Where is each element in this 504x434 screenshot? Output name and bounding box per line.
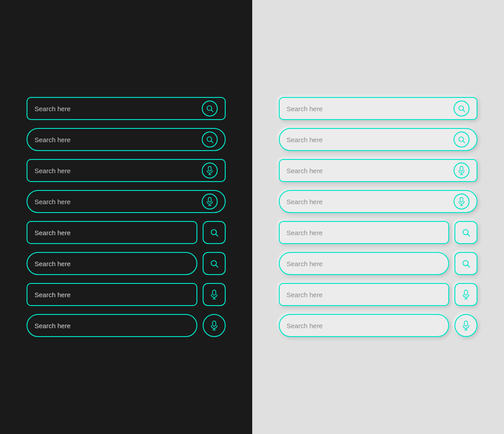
mic-button-dark-7[interactable]	[203, 283, 226, 306]
mic-icon-wrap-light-3[interactable]	[454, 163, 469, 178]
search-input-dark-5[interactable]	[35, 229, 189, 236]
light-row-7	[279, 283, 478, 306]
light-row-3	[279, 159, 478, 182]
mic-button-dark-8[interactable]	[203, 314, 226, 337]
dark-row-1	[27, 97, 226, 120]
search-button-light-6[interactable]	[454, 252, 477, 275]
search-input-light-7[interactable]	[287, 291, 442, 298]
search-bar-light-6[interactable]	[279, 252, 450, 275]
mic-icon	[210, 290, 218, 299]
search-input-light-1[interactable]	[287, 105, 454, 112]
dark-row-7	[27, 283, 226, 306]
svg-rect-14	[212, 290, 215, 295]
search-icon	[206, 105, 214, 112]
search-button-dark-5[interactable]	[203, 221, 226, 244]
search-bar-light-8[interactable]	[279, 314, 450, 337]
search-icon	[210, 259, 219, 268]
search-input-dark-6[interactable]	[35, 260, 189, 267]
light-row-8	[279, 314, 478, 337]
search-icon-wrap-light-2[interactable]	[454, 132, 469, 147]
light-panel	[252, 0, 504, 434]
search-button-dark-6[interactable]	[203, 252, 226, 275]
search-icon	[206, 136, 214, 143]
search-input-light-4[interactable]	[287, 198, 454, 205]
search-input-light-3[interactable]	[287, 167, 454, 174]
search-button-light-5[interactable]	[454, 221, 477, 244]
search-bar-dark-5[interactable]	[27, 221, 197, 244]
mic-icon	[462, 290, 470, 299]
svg-line-33	[468, 265, 470, 267]
mic-icon	[206, 197, 213, 206]
search-bar-dark-7[interactable]	[27, 283, 197, 306]
search-input-dark-1[interactable]	[35, 105, 202, 112]
search-icon-wrap-dark-2[interactable]	[202, 132, 218, 147]
search-icon	[458, 105, 466, 112]
dark-row-4	[27, 190, 226, 213]
svg-line-21	[463, 110, 465, 112]
mic-icon-wrap-dark-3[interactable]	[202, 163, 218, 178]
dark-row-3	[27, 159, 226, 182]
mic-icon	[210, 321, 218, 330]
search-bar-light-7[interactable]	[279, 283, 450, 306]
light-row-2	[279, 128, 478, 151]
search-input-light-5[interactable]	[287, 229, 442, 236]
svg-rect-34	[464, 290, 467, 295]
search-bar-dark-6[interactable]	[27, 252, 197, 275]
search-icon	[210, 228, 219, 237]
search-bar-light-2[interactable]	[279, 128, 478, 151]
search-icon	[458, 136, 466, 143]
search-input-light-6[interactable]	[287, 260, 442, 267]
mic-icon	[206, 166, 213, 175]
search-bar-light-3[interactable]	[279, 159, 478, 182]
search-bar-dark-4[interactable]	[27, 190, 226, 213]
mic-icon-wrap-light-4[interactable]	[454, 194, 469, 209]
light-row-6	[279, 252, 478, 275]
search-input-light-8[interactable]	[287, 322, 442, 329]
mic-button-light-7[interactable]	[454, 283, 477, 306]
light-row-1	[279, 97, 478, 120]
mic-icon	[462, 321, 470, 330]
light-row-4	[279, 190, 478, 213]
svg-rect-7	[208, 198, 211, 202]
search-bar-dark-1[interactable]	[27, 97, 226, 120]
search-input-light-2[interactable]	[287, 136, 454, 143]
search-input-dark-4[interactable]	[35, 198, 202, 205]
mic-icon-wrap-dark-4[interactable]	[202, 194, 218, 209]
svg-line-23	[463, 141, 465, 143]
dark-panel	[0, 0, 252, 434]
search-icon-wrap-light-1[interactable]	[454, 101, 469, 116]
mic-icon	[458, 166, 465, 175]
svg-rect-24	[460, 167, 463, 171]
dark-row-8	[27, 314, 226, 337]
search-bar-light-1[interactable]	[279, 97, 478, 120]
search-icon	[462, 259, 470, 268]
svg-rect-4	[208, 167, 211, 171]
dark-row-6	[27, 252, 226, 275]
dark-row-2	[27, 128, 226, 151]
dark-row-5	[27, 221, 226, 244]
search-bar-light-4[interactable]	[279, 190, 478, 213]
svg-rect-17	[212, 321, 215, 326]
svg-rect-37	[464, 321, 467, 326]
svg-line-11	[215, 234, 218, 236]
svg-rect-27	[460, 198, 463, 202]
search-input-dark-7[interactable]	[35, 291, 189, 298]
search-bar-dark-8[interactable]	[27, 314, 197, 337]
light-row-5	[279, 221, 478, 244]
svg-line-31	[468, 234, 470, 236]
svg-line-13	[215, 265, 218, 267]
search-bar-dark-3[interactable]	[27, 159, 226, 182]
svg-line-3	[211, 141, 213, 143]
mic-icon	[458, 197, 465, 206]
svg-line-1	[211, 110, 213, 112]
search-input-dark-8[interactable]	[35, 322, 189, 329]
mic-button-light-8[interactable]	[454, 314, 477, 337]
search-bar-dark-2[interactable]	[27, 128, 226, 151]
search-icon-wrap-dark-1[interactable]	[202, 101, 218, 116]
search-icon	[462, 228, 470, 237]
search-bar-light-5[interactable]	[279, 221, 450, 244]
search-input-dark-2[interactable]	[35, 136, 202, 143]
search-input-dark-3[interactable]	[35, 167, 202, 174]
